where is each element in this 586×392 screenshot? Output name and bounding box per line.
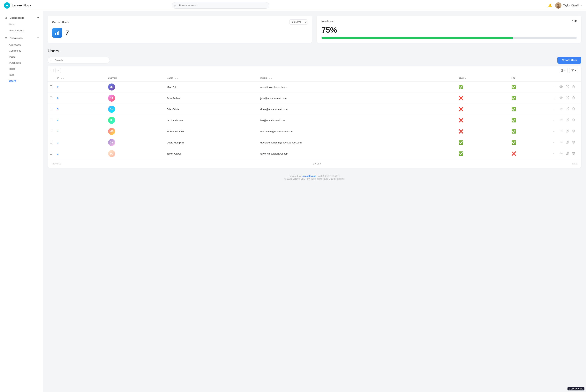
row-edit-button[interactable] [565,129,570,134]
metric-cards: Current Users 30 Days 60 Days 90 Days 36… [48,16,581,43]
user-id-link[interactable]: 2 [57,141,59,144]
row-delete-button[interactable] [571,129,576,134]
sidebar-section-dashboards: ⊞ Dashboards ▾ Main User Insights [0,14,43,34]
row-view-button[interactable] [559,118,563,122]
sidebar-item-purchases[interactable]: Purchases [0,60,43,66]
row-more-button[interactable]: ··· [552,140,557,144]
column-toggle-button[interactable]: ▾ [559,68,568,73]
sidebar-item-roles[interactable]: Roles [0,66,43,72]
row-actions: ··· [552,118,579,122]
user-id-link[interactable]: 1 [57,152,59,155]
table-row: 7 MZ Mior Zaki mior@nova.laravel.com ✅ ✅… [48,82,581,93]
row-delete-button[interactable] [571,151,576,156]
svg-rect-6 [57,32,58,35]
row-delete-button[interactable] [571,118,576,122]
row-more-button[interactable]: ··· [552,129,557,134]
user-id-link[interactable]: 7 [57,86,59,88]
sidebar-group-resources[interactable]: 🗃 Resources ▾ [0,34,43,42]
row-view-button[interactable] [559,107,563,112]
row-delete-button[interactable] [571,140,576,145]
row-more-button[interactable]: ··· [552,152,557,156]
admin-status-cell: ✅ [456,82,509,93]
current-users-period-select[interactable]: 30 Days 60 Days 90 Days 365 Days [289,20,308,24]
notifications-button[interactable]: 🔔 [548,3,552,8]
row-edit-button[interactable] [565,151,570,156]
select-dropdown-button[interactable]: ▾ [55,68,61,73]
user-avatar-circle: MZ [108,84,115,90]
row-more-button[interactable]: ··· [552,96,557,100]
sidebar-item-user-insights[interactable]: User Insights [0,28,43,34]
col-name[interactable]: NAME ▲▼ [164,75,258,82]
table-search-input[interactable] [48,57,110,64]
prev-page-button[interactable]: Previous [52,162,61,165]
row-view-button[interactable] [559,96,563,100]
user-email-cell: ian@nova.laravel.com [258,115,456,126]
resources-label: Resources [10,36,23,40]
global-search-input[interactable] [172,2,269,8]
create-user-button[interactable]: Create User [557,57,581,64]
sidebar-group-dashboards[interactable]: ⊞ Dashboards ▾ [0,14,43,22]
current-users-value: 7 [66,29,69,36]
row-more-button[interactable]: ··· [552,107,557,111]
svg-marker-10 [571,70,574,72]
user-menu[interactable]: Taylor Otwell ▼ [555,2,582,8]
admin-status-ok: ✅ [459,85,463,89]
row-view-button[interactable] [559,85,563,89]
sidebar-item-tags[interactable]: Tags [0,72,43,78]
row-checkbox[interactable] [50,141,52,144]
row-more-button[interactable]: ··· [552,85,557,89]
user-avatar-circle: IL [108,117,115,124]
sidebar-item-addresses[interactable]: Addresses [0,42,43,48]
logo[interactable]: Laravel Nova [4,2,31,8]
table-row: 3 MS Mohamed Said mohamed@nova.laravel.c… [48,126,581,137]
avatar-initials: DH [110,141,113,144]
user-id-link[interactable]: 3 [57,130,59,133]
new-users-header: New Users 15k [322,20,577,22]
row-edit-button[interactable] [565,96,570,100]
edit-icon [566,96,569,99]
row-edit-button[interactable] [565,118,570,122]
sidebar-item-posts[interactable]: Posts [0,54,43,60]
sidebar-item-main[interactable]: Main [0,22,43,28]
row-checkbox[interactable] [50,108,52,110]
row-edit-button[interactable] [565,85,570,89]
user-name-cell: Mior Zaki [164,82,258,93]
user-id-link[interactable]: 6 [57,97,59,100]
admin-status-cell: ✅ [456,137,509,148]
row-actions: ··· [552,85,579,89]
eye-icon [559,130,563,132]
users-table-wrap: ▾ ▾ [48,66,581,168]
sort-icon-name: ▲▼ [175,78,178,79]
col-email[interactable]: EMAIL ▲▼ [258,75,456,82]
table-row: 2 DH David Hemphill davidlee.hemphill@no… [48,137,581,148]
row-edit-button[interactable] [565,107,570,112]
user-id-link[interactable]: 5 [57,108,59,111]
select-all-checkbox[interactable] [51,69,54,72]
trash-icon [572,152,575,155]
row-delete-button[interactable] [571,96,576,100]
next-page-button[interactable]: Next [572,162,577,165]
trash-icon [572,140,575,144]
col-id[interactable]: ID ▲▼ [55,75,106,82]
sidebar-item-comments[interactable]: Comments [0,48,43,54]
filter-button[interactable]: ▾ [569,68,578,73]
sidebar-item-users[interactable]: Users [0,78,43,84]
row-checkbox[interactable] [50,119,52,121]
row-checkbox[interactable] [50,86,52,88]
row-edit-button[interactable] [565,140,570,145]
row-more-button[interactable]: ··· [552,118,557,122]
row-view-button[interactable] [559,129,563,134]
row-checkbox[interactable] [50,130,52,132]
row-view-button[interactable] [559,140,563,145]
footer-nova-link[interactable]: Laravel Nova [302,175,316,178]
row-checkbox[interactable] [50,96,52,99]
row-checkbox[interactable] [50,152,52,154]
user-id-link[interactable]: 4 [57,119,59,122]
row-view-button[interactable] [559,151,563,156]
new-users-card: New Users 15k 75% [317,16,581,43]
row-delete-button[interactable] [571,107,576,112]
user-name-cell: Dries Vints [164,104,258,115]
row-delete-button[interactable] [571,85,576,89]
footer-copyright: © 2022 Laravel LLC · by Taylor Otwell an… [51,178,578,180]
user-avatar-circle: TO [108,150,115,157]
